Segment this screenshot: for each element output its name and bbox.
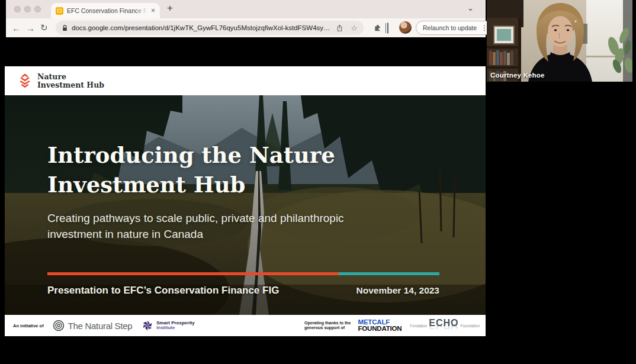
smart-prosperity-logo: Smart Prosperity Institute [142,320,194,331]
relaunch-label: Relaunch to update [423,24,477,31]
slide-subtitle-line2: investment in nature in Canada [47,226,344,242]
support-label-line1: Operating thanks to the [304,321,351,326]
bookmark-star-icon[interactable]: ☆ [351,24,358,33]
window-controls[interactable] [14,6,41,12]
logo-text-line2: Investment Hub [37,81,104,89]
nature-boardwalk-illustration [5,95,486,315]
participant-video[interactable]: Courtney Kehoe [487,0,632,82]
presentation-slide: Nature Investment Hub [5,66,486,336]
echo-foundation-logo: Fondation ECHO ECHO Foundation [410,319,480,332]
side-panel-icon[interactable] [387,22,388,34]
concentric-circles-icon [52,319,65,332]
window-close-button[interactable] [14,6,21,12]
url-text: docs.google.com/presentation/d/1jKwTK_Gy… [72,24,332,31]
support-label: Operating thanks to the generous support… [304,321,351,331]
profile-avatar[interactable] [399,21,412,34]
slide-header-bar: Nature Investment Hub [5,66,486,95]
relaunch-to-update-button[interactable]: Relaunch to update ⋮ [416,21,493,35]
window-zoom-button[interactable] [34,6,41,12]
slide-subtitle: Creating pathways to scale public, priva… [47,210,344,242]
extensions-puzzle-icon[interactable] [373,23,382,32]
presentation-date: November 14, 2023 [356,285,439,296]
natural-step-wordmark: The Natural Step [68,321,133,331]
logo-text-line1: Nature [37,73,104,81]
tab-title: EFC Conservation Finance FIG [67,7,147,14]
presentation-audience-label: Presentation to EFC’s Conservation Finan… [47,285,279,297]
natural-step-logo: The Natural Step [52,319,133,332]
slide-subtitle-line1: Creating pathways to scale public, priva… [47,210,344,226]
share-icon[interactable] [336,24,343,33]
address-field[interactable]: docs.google.com/presentation/d/1jKwTK_Gy… [56,21,364,35]
reload-button[interactable]: ↻ [40,18,48,37]
url-bar: ← → ↻ docs.google.com/presentation/d/1jK… [6,18,486,37]
metcalf-foundation-word: FOUNDATION [358,326,402,332]
pinecone-icon [18,73,32,89]
tab-strip: EFC Conservation Finance FIG × + ⌄ [6,0,486,18]
echo-fondation-label: Fondation [410,324,427,328]
browser-window: EFC Conservation Finance FIG × + ⌄ ← → ↻… [6,0,486,37]
browser-tab[interactable]: EFC Conservation Finance FIG × [51,3,160,18]
echo-wordmark-reflection: ECHO [429,324,458,332]
smart-prosperity-institute: Institute [156,326,194,331]
nature-investment-hub-logo: Nature Investment Hub [18,73,104,89]
meeting-screen: EFC Conservation Finance FIG × + ⌄ ← → ↻… [0,0,636,364]
tab-close-icon[interactable]: × [151,7,155,14]
echo-foundation-label: Foundation [460,324,480,328]
partner-logo-bar: An initiative of The Natural Step [5,315,486,336]
support-label-line2: generous support of [304,326,351,331]
forward-button[interactable]: → [26,18,35,37]
window-minimize-button[interactable] [24,6,31,12]
google-slides-icon [56,7,63,15]
metcalf-foundation-logo: METCALF FOUNDATION [358,319,402,332]
slide-title-line1: Introducing the Nature [47,140,335,170]
slide-hero-photo: Introducing the Nature Investment Hub Cr… [5,95,486,315]
slide-footer-row: Presentation to EFC’s Conservation Finan… [47,285,439,297]
divider-orange-segment [47,272,339,275]
pinwheel-star-icon [142,320,153,331]
back-button[interactable]: ← [12,18,21,37]
slide-title-line2: Investment Hub [47,170,335,199]
slide-title: Introducing the Nature Investment Hub [47,140,335,199]
new-tab-button[interactable]: + [167,2,173,14]
participant-name-label: Courtney Kehoe [490,72,545,79]
divider-teal-segment [339,272,439,275]
lock-icon [62,24,68,32]
accent-divider [47,272,439,275]
initiative-label: An initiative of [13,323,44,328]
participant-video-frame [487,0,632,82]
tab-search-chevron-icon[interactable]: ⌄ [467,4,474,12]
